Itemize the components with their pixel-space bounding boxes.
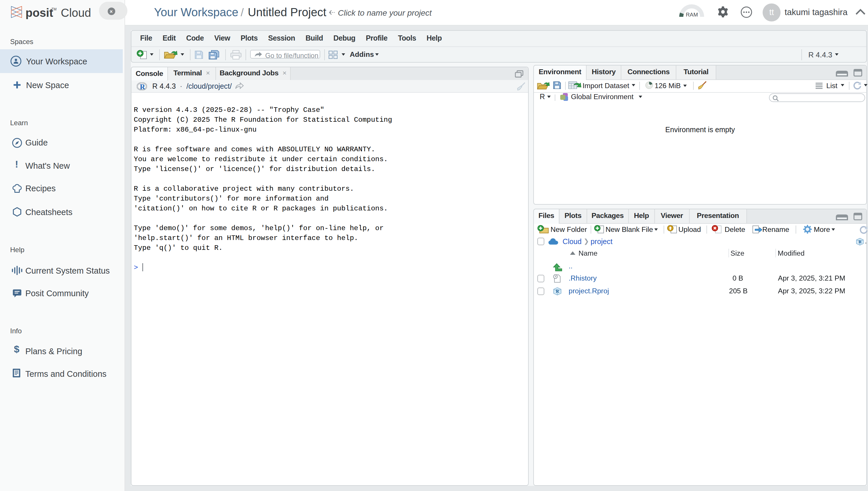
svg-text:R: R <box>859 239 862 244</box>
svg-text:R: R <box>556 289 559 294</box>
svg-text:R: R <box>140 83 145 90</box>
svg-text:RAM: RAM <box>686 11 698 18</box>
